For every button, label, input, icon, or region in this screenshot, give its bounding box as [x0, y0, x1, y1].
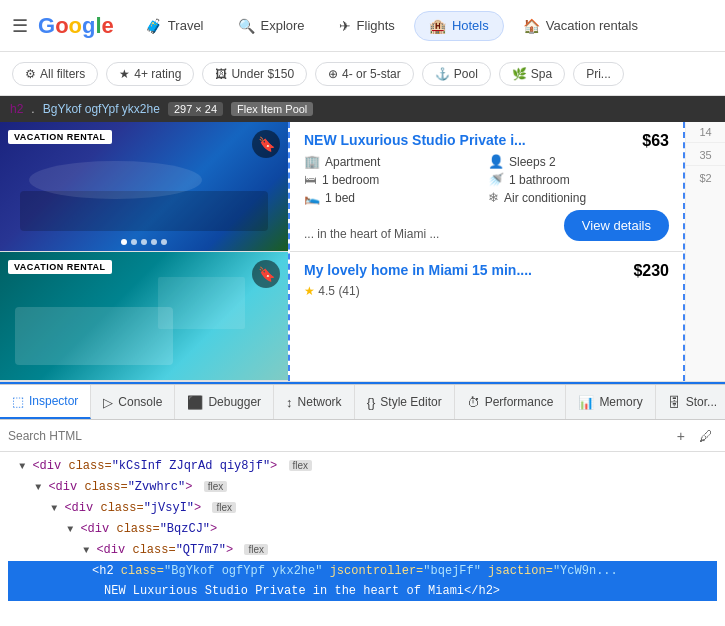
dot-1: [121, 239, 127, 245]
devtools-tab-inspector[interactable]: ⬚ Inspector: [0, 385, 91, 419]
expand-arrow-1[interactable]: ▼: [19, 461, 25, 472]
search-html-input[interactable]: [8, 429, 673, 443]
nav-tab-hotels-label: Hotels: [452, 18, 489, 33]
rating-count-2: (41): [338, 284, 359, 298]
tree-line-4: ▼ <div class="BqzCJ">: [8, 519, 717, 540]
dot-5: [161, 239, 167, 245]
devtools-tab-memory-label: Memory: [599, 395, 642, 409]
price-right-column: 14 35 $2: [685, 122, 725, 381]
attr-bedroom-label: 1 bedroom: [322, 173, 379, 187]
bookmark-button-1[interactable]: 🔖: [252, 130, 280, 158]
stars-icon: ⊕: [328, 67, 338, 81]
expand-arrow-2[interactable]: ▼: [35, 482, 41, 493]
price-right-val-3: $2: [699, 172, 711, 184]
hamburger-icon[interactable]: ☰: [12, 15, 28, 37]
tooltip-tag: h2: [10, 102, 23, 116]
filter-stars[interactable]: ⊕ 4- or 5-star: [315, 62, 414, 86]
view-details-button-1[interactable]: View details: [564, 210, 669, 241]
nav-tab-travel-label: Travel: [168, 18, 204, 33]
google-logo: Google: [38, 13, 114, 39]
devtools-tab-storage[interactable]: 🗄 Stor...: [656, 385, 725, 419]
nav-tab-hotels[interactable]: 🏨 Hotels: [414, 11, 504, 41]
expand-arrow-4[interactable]: ▼: [67, 524, 73, 535]
pool-icon: ⚓: [435, 67, 450, 81]
listings-column: VACATION RENTAL 🔖 VACATION RENTAL 🔖: [0, 122, 290, 381]
devtools-tab-debugger[interactable]: ⬛ Debugger: [175, 385, 274, 419]
devtools-tab-console[interactable]: ▷ Console: [91, 385, 175, 419]
filter-rating[interactable]: ★ 4+ rating: [106, 62, 194, 86]
filter-all[interactable]: ⚙ All filters: [12, 62, 98, 86]
listing-title-1[interactable]: NEW Luxurious Studio Private i...: [304, 132, 634, 148]
bed-icon: 🛌: [304, 190, 320, 205]
filter-icon: ⚙: [25, 67, 36, 81]
listing-attr-apartment: 🏢 Apartment: [304, 154, 485, 169]
network-icon: ↕: [286, 395, 293, 410]
carousel-dots-1: [121, 239, 167, 245]
filter-spa[interactable]: 🌿 Spa: [499, 62, 565, 86]
filter-pri-label: Pri...: [586, 67, 611, 81]
devtools-tab-performance-label: Performance: [485, 395, 554, 409]
devtools-tab-network-label: Network: [298, 395, 342, 409]
filter-pool[interactable]: ⚓ Pool: [422, 62, 491, 86]
search-add-button[interactable]: +: [673, 426, 689, 446]
top-bar: ☰ Google 🧳 Travel 🔍 Explore ✈ Flights 🏨 …: [0, 0, 725, 52]
vacation-badge-1: VACATION RENTAL: [8, 130, 112, 144]
listing-attrs-1: 🏢 Apartment 👤 Sleeps 2 🛏 1 bedroom 🚿 1 b…: [304, 154, 669, 205]
spa-icon: 🌿: [512, 67, 527, 81]
listing-desc-1: ... in the heart of Miami ...: [304, 227, 439, 241]
storage-icon: 🗄: [668, 395, 681, 410]
ac-icon: ❄: [488, 190, 499, 205]
suitcase-icon: 🧳: [145, 18, 162, 34]
tree-line-6-selected[interactable]: <h2 class="BgYkof ogfYpf ykx2he" jscontr…: [8, 561, 717, 581]
filter-pri[interactable]: Pri...: [573, 62, 624, 86]
flex-badge-1: flex: [289, 460, 313, 471]
tree-line-2: ▼ <div class="Zvwhrc"> flex: [8, 477, 717, 498]
listing-header-1: NEW Luxurious Studio Private i... $63: [304, 132, 669, 150]
listing-rating-2: ★ 4.5 (41): [304, 284, 669, 298]
nav-tab-vacation[interactable]: 🏠 Vacation rentals: [508, 11, 653, 41]
console-icon: ▷: [103, 395, 113, 410]
dot-2: [131, 239, 137, 245]
inspector-icon: ⬚: [12, 394, 24, 409]
expand-arrow-3[interactable]: ▼: [51, 503, 57, 514]
nav-tab-explore[interactable]: 🔍 Explore: [223, 11, 320, 41]
nav-tab-explore-label: Explore: [261, 18, 305, 33]
filter-price[interactable]: 🖼 Under $150: [202, 62, 307, 86]
devtools-tab-network[interactable]: ↕ Network: [274, 385, 355, 419]
nav-tab-vacation-label: Vacation rentals: [546, 18, 638, 33]
devtools-tab-memory[interactable]: 📊 Memory: [566, 385, 655, 419]
price-icon: 🖼: [215, 67, 227, 81]
listing-header-2: My lovely home in Miami 15 min.... $230: [304, 262, 669, 280]
search-html-bar: + 🖊: [0, 420, 725, 452]
html-tree: ▼ <div class="kCsInf ZJqrAd qiy8jf"> fle…: [0, 452, 725, 602]
nav-tab-travel[interactable]: 🧳 Travel: [130, 11, 219, 41]
devtools-tab-style-label: Style Editor: [380, 395, 441, 409]
devtools-tab-style-editor[interactable]: {} Style Editor: [355, 385, 455, 419]
devtools-tab-performance[interactable]: ⏱ Performance: [455, 385, 567, 419]
filter-rating-label: 4+ rating: [134, 67, 181, 81]
stars-icon-2: ★: [304, 284, 315, 298]
devtools-bar: ⬚ Inspector ▷ Console ⬛ Debugger ↕ Netwo…: [0, 384, 725, 420]
tree-line-7: </div>: [8, 601, 717, 602]
main-content: VACATION RENTAL 🔖 VACATION RENTAL 🔖: [0, 122, 725, 382]
tree-line-3: ▼ <div class="jVsyI"> flex: [8, 498, 717, 519]
search-pick-button[interactable]: 🖊: [695, 426, 717, 446]
sleeps-icon: 👤: [488, 154, 504, 169]
listing-detail-2: My lovely home in Miami 15 min.... $230 …: [290, 252, 683, 381]
devtools-tab-inspector-label: Inspector: [29, 394, 78, 408]
nav-tab-flights[interactable]: ✈ Flights: [324, 11, 410, 41]
search-actions: + 🖊: [673, 426, 717, 446]
attr-sleeps-label: Sleeps 2: [509, 155, 556, 169]
devtools-tab-storage-label: Stor...: [686, 395, 717, 409]
style-editor-icon: {}: [367, 395, 376, 410]
tooltip-dimensions: 297 × 24: [168, 102, 223, 116]
filter-spa-label: Spa: [531, 67, 552, 81]
nav-tab-flights-label: Flights: [357, 18, 395, 33]
hotels-icon: 🏨: [429, 18, 446, 34]
bookmark-button-2[interactable]: 🔖: [252, 260, 280, 288]
expand-arrow-5[interactable]: ▼: [83, 545, 89, 556]
attr-ac-label: Air conditioning: [504, 191, 586, 205]
listing-title-2[interactable]: My lovely home in Miami 15 min....: [304, 262, 625, 278]
devtools-tab-debugger-label: Debugger: [208, 395, 261, 409]
explore-icon: 🔍: [238, 18, 255, 34]
